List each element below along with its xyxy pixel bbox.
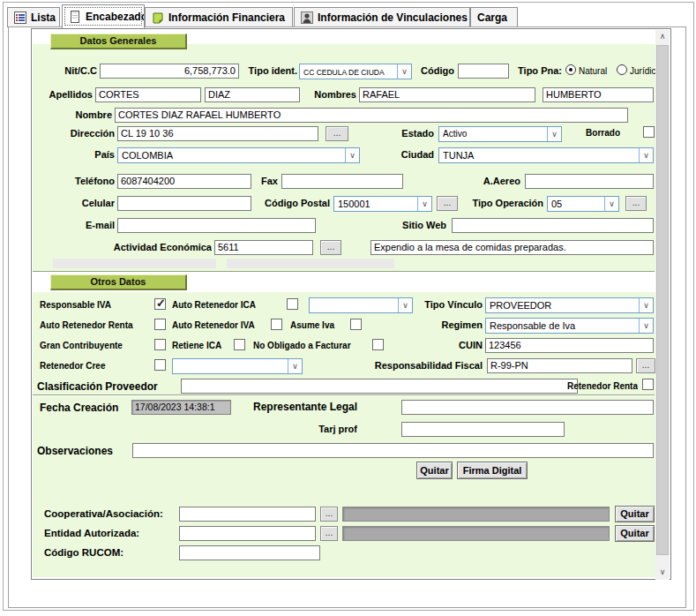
celular-input[interactable] <box>117 196 251 211</box>
tarj-prof-input[interactable] <box>401 422 565 437</box>
tipo-pna-juridica-radio[interactable] <box>617 64 627 75</box>
chevron-down-icon[interactable]: ∨ <box>639 298 653 312</box>
direccion-input[interactable]: CL 19 10 36 <box>117 126 318 141</box>
auto-retenedor-ica-combo[interactable]: ∨ <box>309 297 413 313</box>
auto-retenedor-iva-checkbox[interactable] <box>271 319 282 330</box>
chevron-down-icon[interactable]: ∨ <box>639 319 653 333</box>
chevron-down-icon[interactable]: ∨ <box>639 148 653 162</box>
codigo-postal-label: Código Postal <box>256 198 330 210</box>
codigo-input[interactable] <box>458 64 509 79</box>
fax-input[interactable] <box>281 174 403 189</box>
section-divider <box>33 394 655 396</box>
borrado-checkbox[interactable] <box>643 126 655 138</box>
responsable-iva-checkbox[interactable] <box>154 298 166 310</box>
nombre2-input[interactable]: HUMBERTO <box>543 87 654 102</box>
pais-label: País <box>68 149 115 162</box>
tab-informacion-financiera[interactable]: Información Financiera <box>145 7 293 27</box>
no-obligado-facturar-checkbox[interactable] <box>372 339 384 350</box>
placeholder-field <box>227 259 394 268</box>
chevron-down-icon[interactable]: ∨ <box>398 298 412 312</box>
responsable-iva-label: Responsable IVA <box>40 300 137 312</box>
retenedor-cree-checkbox[interactable] <box>154 359 166 371</box>
chevron-down-icon[interactable]: ∨ <box>547 127 561 141</box>
direccion-browse-button[interactable]: ... <box>326 126 348 141</box>
pais-combo[interactable]: COLOMBIA ∨ <box>117 147 360 163</box>
ciudad-combo[interactable]: TUNJA ∨ <box>438 147 654 163</box>
tab-encabezado[interactable]: Encabezado <box>62 4 145 28</box>
responsabilidad-fiscal-browse-button[interactable]: ... <box>636 358 655 373</box>
apellido1-input[interactable]: CORTES <box>95 87 201 102</box>
codigo-label: Código <box>415 65 454 78</box>
firma-digital-button[interactable]: Firma Digital <box>457 462 528 479</box>
apellido2-input[interactable]: DIAZ <box>205 87 300 102</box>
tipo-pna-juridica-label: Jurídic <box>630 66 655 78</box>
auto-retenedor-ica-checkbox[interactable] <box>287 298 298 310</box>
sitio-web-input[interactable] <box>452 218 654 233</box>
retiene-ica-checkbox[interactable] <box>234 339 245 350</box>
codigo-postal-browse-button[interactable]: ... <box>437 196 458 211</box>
auto-retenedor-ica-label: Auto Retenedor ICA <box>172 300 271 312</box>
nombre1-input[interactable]: RAFAEL <box>359 87 535 102</box>
tipo-ident-combo[interactable]: CC CEDULA DE CIUDA ∨ <box>299 64 412 79</box>
cuin-input[interactable]: 123456 <box>485 338 654 353</box>
retiene-ica-label: Retiene ICA <box>172 341 232 352</box>
tipo-pna-natural-radio[interactable] <box>565 64 576 75</box>
gran-contribuyente-label: Gran Contribuyente <box>40 341 146 352</box>
retenedor-renta-checkbox[interactable] <box>642 379 654 390</box>
auto-retenedor-renta-checkbox[interactable] <box>154 319 166 330</box>
form-content: Datos Generales Nit/C.C 6,758,773.0 Tipo… <box>33 30 656 578</box>
chevron-down-icon[interactable]: ∨ <box>288 359 302 373</box>
retenedor-cree-combo[interactable]: ∨ <box>172 358 303 374</box>
tipo-vinculo-combo[interactable]: PROVEEDOR ∨ <box>485 297 654 313</box>
tipo-operacion-browse-button[interactable]: ... <box>625 196 647 211</box>
chevron-down-icon[interactable]: ∨ <box>397 64 411 79</box>
nit-input[interactable]: 6,758,773.0 <box>100 64 239 79</box>
aaereo-input[interactable] <box>525 174 654 189</box>
codigo-postal-combo[interactable]: 150001 ∨ <box>333 196 432 212</box>
chevron-down-icon[interactable]: ∨ <box>417 197 431 211</box>
tab-lista-label: Lista <box>31 11 56 24</box>
auto-retenedor-iva-label: Auto Retenedor IVA <box>172 320 269 332</box>
actividad-economica-input[interactable]: 5611 <box>214 240 313 255</box>
asume-iva-checkbox[interactable] <box>350 319 362 330</box>
email-input[interactable] <box>117 218 316 233</box>
chevron-down-icon[interactable]: ∨ <box>345 148 359 162</box>
tab-informacion-de-vinculaciones[interactable]: Información de Vinculaciones <box>294 7 470 27</box>
responsabilidad-fiscal-input[interactable]: R-99-PN <box>487 358 632 373</box>
nombre-completo-input[interactable]: CORTES DIAZ RAFAEL HUMBERTO <box>115 108 628 123</box>
regimen-value: Responsable de Iva <box>490 320 638 331</box>
observaciones-input[interactable] <box>132 443 654 458</box>
actividad-economica-browse-button[interactable]: ... <box>320 240 341 255</box>
quitar-button[interactable]: Quitar <box>416 462 453 479</box>
telefono-input[interactable]: 6087404200 <box>117 174 251 189</box>
retenedor-cree-label: Retenedor Cree <box>40 361 128 372</box>
entidad-autorizada-quitar-button[interactable]: Quitar <box>615 525 655 542</box>
tipo-operacion-combo[interactable]: 05 ∨ <box>547 196 619 212</box>
cooperativa-quitar-button[interactable]: Quitar <box>615 506 655 522</box>
regimen-combo[interactable]: Responsable de Iva ∨ <box>485 318 654 334</box>
vertical-scrollbar[interactable]: ∧ ∨ <box>655 30 670 580</box>
scroll-down-icon[interactable]: ∨ <box>655 566 670 580</box>
tab-lista[interactable]: Lista <box>7 7 60 27</box>
sitio-web-label: Sitio Web <box>393 220 446 232</box>
tab-carga[interactable]: Carga <box>470 7 518 27</box>
chevron-down-icon[interactable]: ∨ <box>604 197 618 211</box>
scrollbar-thumb[interactable] <box>656 45 669 555</box>
gran-contribuyente-checkbox[interactable] <box>154 339 166 350</box>
scroll-up-icon[interactable]: ∧ <box>655 30 670 44</box>
cooperativa-input[interactable] <box>179 507 316 522</box>
clasificacion-proveedor-input[interactable] <box>181 379 578 394</box>
tab-carga-label: Carga <box>477 11 507 24</box>
representante-legal-input[interactable] <box>401 400 654 415</box>
entidad-autorizada-browse-button[interactable]: ... <box>320 526 338 541</box>
actividad-economica-descripcion: Expendio a la mesa de comidas preparadas… <box>370 240 654 255</box>
third-party-window: Lista Encabezado Información Financiera … <box>0 0 696 616</box>
email-label: E-mail <box>50 220 115 232</box>
estado-combo[interactable]: Activo ∨ <box>438 126 562 142</box>
codigo-postal-value: 150001 <box>338 199 416 209</box>
regimen-label: Regimen <box>434 319 483 332</box>
entidad-autorizada-input[interactable] <box>179 526 316 541</box>
codigo-rucom-input[interactable] <box>179 545 320 560</box>
cooperativa-browse-button[interactable]: ... <box>320 507 338 522</box>
aaereo-label: A.Aereo <box>474 176 520 188</box>
